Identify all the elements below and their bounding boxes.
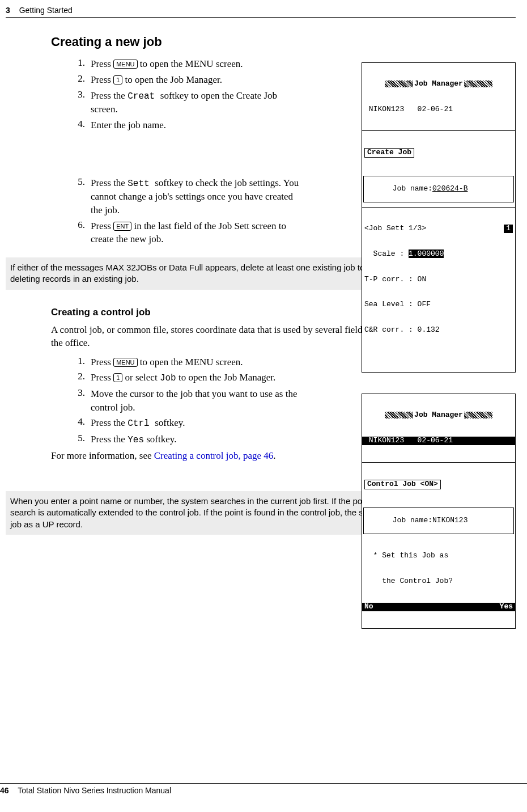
step-3: Press the Creat softkey to open the Crea… (91, 89, 306, 116)
page-header: 3 Getting Started (6, 6, 516, 18)
tp-corr: T-P corr. : ON (362, 276, 515, 284)
manual-title: Total Station Nivo Series Instruction Ma… (18, 786, 171, 795)
chapter-title: Getting Started (19, 6, 73, 15)
page-indicator: 1 (504, 225, 513, 233)
more-info: For more information, see Creating a con… (51, 450, 295, 463)
screen-control-job: Control Job <ON> Job name:NIKON123 * Set… (362, 462, 516, 629)
chapter-number: 3 (6, 6, 10, 15)
ctrl-hint: the Control Job? (362, 577, 515, 586)
screen-job-sett: <Job Sett 1/3>1 Scale : 1.000000 T-P cor… (362, 207, 516, 373)
one-key-icon: 1 (113, 75, 122, 84)
scale-value: 1.000000 (409, 249, 444, 258)
softkey-no[interactable]: No (364, 603, 373, 611)
sea-level: Sea Level : OFF (362, 301, 515, 309)
job-sett-title: <Job Sett 1/3> (364, 225, 426, 233)
create-job-label: Job name: (393, 184, 432, 193)
ctrl-job-label: Job name: (393, 516, 432, 525)
cr-corr: C&R corr. : 0.132 (362, 326, 515, 335)
step-6: Press ENT in the last field of the Job S… (91, 219, 306, 247)
ctrl-softkeys: No Yes (362, 603, 515, 611)
jm2-selected-row: NIKON123 02-06-21 (362, 437, 515, 445)
page: 3 Getting Started Creating a new job Job… (0, 0, 527, 800)
step2-2: Press 1 or select Job to open the Job Ma… (91, 371, 306, 384)
step-5: Press the Sett softkey to check the job … (91, 176, 306, 217)
step-1: Press MENU to open the MENU screen. (91, 57, 306, 71)
step-4: Enter the job name. (91, 119, 306, 132)
step2-4: Press the Ctrl softkey. (91, 416, 306, 430)
step2-3: Move the cursor to the job that you want… (91, 387, 306, 415)
ctrl-job-value: NIKON123 (432, 516, 468, 525)
link-control-job[interactable]: Creating a control job, page 46 (154, 450, 274, 461)
heading-creating-new-job: Creating a new job (51, 35, 516, 49)
ctrl-hint: * Set this Job as (362, 552, 515, 560)
menu-key-icon: MENU (113, 60, 137, 69)
page-footer: 46 Total Station Nivo Series Instruction… (0, 783, 527, 795)
ent-key-icon: ENT (113, 222, 131, 231)
step2-5: Press the Yes softkey. (91, 433, 306, 446)
one-key-icon: 1 (113, 373, 122, 382)
softkey-yes[interactable]: Yes (500, 603, 513, 611)
page-number: 46 (0, 786, 9, 795)
menu-key-icon: MENU (113, 358, 137, 367)
step2-1: Press MENU to open the MENU screen. (91, 356, 306, 369)
step-2: Press 1 to open the Job Manager. (91, 73, 306, 87)
create-job-value: 020624-B (432, 184, 468, 193)
jm1-row: NIKON123 02-06-21 (362, 105, 515, 114)
